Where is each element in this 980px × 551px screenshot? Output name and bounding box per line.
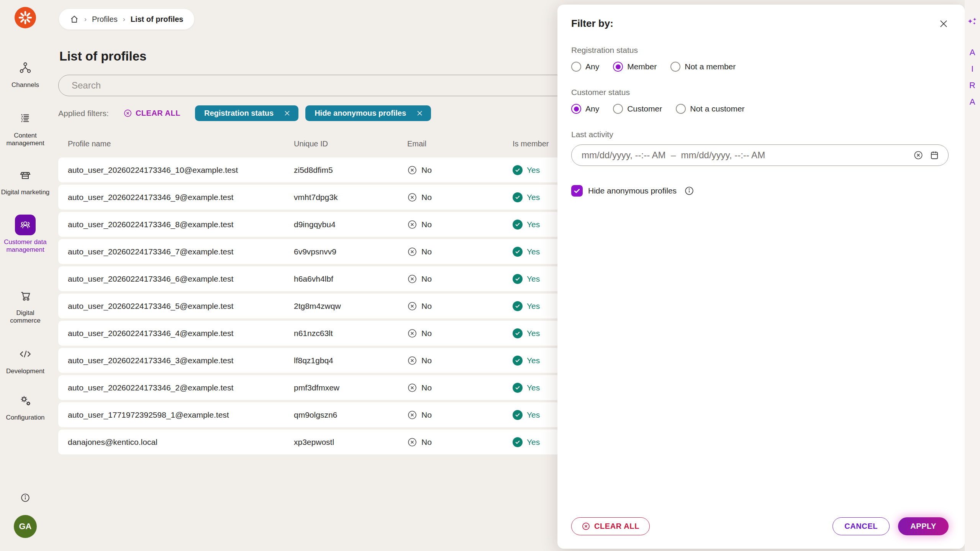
cell-profile-name: danajones@kentico.local [58,438,294,447]
cell-unique-id: qm9olgszn6 [294,410,407,420]
email-value: No [421,383,432,392]
breadcrumb: › Profiles › List of profiles [59,9,194,30]
is-member-value: Yes [527,329,540,338]
cell-profile-name: auto_user_20260224173346_4@example.test [58,329,294,338]
hide-anonymous-checkbox[interactable] [571,185,583,197]
radio-registration-any[interactable]: Any [571,62,599,72]
is-member-value: Yes [527,302,540,311]
circle-x-icon [407,301,417,311]
email-value: No [421,438,432,447]
chip-label: Registration status [204,109,274,118]
sidebar-item-customer-data-management[interactable]: Customer data management [0,215,51,254]
breadcrumb-profiles[interactable]: Profiles [92,15,118,24]
email-value: No [421,220,432,229]
channels-icon [15,57,36,78]
aira-letter: A [970,97,975,107]
home-icon[interactable] [70,15,79,24]
is-member-value: Yes [527,193,540,202]
sidebar-item-development[interactable]: Development [0,344,51,375]
help-info-icon[interactable] [20,493,30,503]
sidebar-item-content-management[interactable]: Content management [0,108,51,147]
circle-x-icon [407,220,417,230]
cell-profile-name: auto_user_20260224173346_10@example.test [58,166,294,175]
kentico-logo-icon[interactable] [15,7,36,28]
cell-unique-id: xp3epwostl [294,438,407,447]
aira-letter: I [971,64,973,74]
radio-icon [571,62,581,72]
hide-anonymous-label: Hide anonymous profiles [588,186,677,195]
avatar-initials: GA [19,521,32,531]
column-header-unique-id[interactable]: Unique ID [294,139,407,148]
breadcrumb-separator: › [84,15,87,23]
cell-profile-name: auto_user_20260224173346_8@example.test [58,220,294,229]
remove-chip-icon[interactable] [416,110,423,117]
applied-filters-row: Applied filters: CLEAR ALL Registration … [58,105,431,121]
cancel-button[interactable]: CANCEL [833,517,890,535]
cell-email: No [407,437,513,447]
sidebar-item-label: Content management [1,132,50,147]
cell-email: No [407,274,513,284]
close-icon[interactable] [939,19,949,29]
apply-button[interactable]: APPLY [898,517,949,535]
apply-label: APPLY [910,522,936,531]
radio-registration-not-a-member[interactable]: Not a member [670,62,736,72]
remove-chip-icon[interactable] [284,110,291,117]
last-activity-input[interactable] [571,144,949,166]
customer-status-label: Customer status [571,88,949,97]
content-management-icon [15,108,36,129]
radio-customer-not-a-customer[interactable]: Not a customer [676,104,744,114]
panel-clear-all-button[interactable]: CLEAR ALL [571,517,650,535]
check-circle-icon [513,328,523,338]
aira-panel-toggle[interactable]: A I R A [965,0,980,551]
is-member-value: Yes [527,166,540,175]
registration-status-label: Registration status [571,46,949,55]
circle-x-icon [407,247,417,257]
sidebar-item-label: Channels [11,81,39,89]
cell-profile-name: auto_user_20260224173346_3@example.test [58,356,294,365]
chip-hide-anonymous-profiles[interactable]: Hide anonymous profiles [305,105,431,121]
page-title: List of profiles [59,49,146,64]
cell-profile-name: auto_user_1771972392598_1@example.test [58,410,294,420]
cell-profile-name: auto_user_20260224173346_2@example.test [58,383,294,392]
circle-x-icon [123,109,132,118]
sidebar-item-digital-commerce[interactable]: Digital commerce [0,285,51,325]
is-member-value: Yes [527,274,540,284]
radio-customer-customer[interactable]: Customer [613,104,662,114]
filter-panel: Filter by: Registration status Any Membe… [557,5,965,549]
email-value: No [421,356,432,365]
cell-email: No [407,220,513,230]
breadcrumb-current: List of profiles [131,15,184,24]
clear-all-filters-button[interactable]: CLEAR ALL [123,109,180,118]
customer-status-group: Any Customer Not a customer [571,104,949,114]
cell-profile-name: auto_user_20260224173346_5@example.test [58,302,294,311]
check-circle-icon [513,383,523,393]
clear-date-icon[interactable] [913,150,923,160]
cell-unique-id: n61nzc63lt [294,329,407,338]
radio-registration-member[interactable]: Member [613,62,657,72]
sidebar-item-configuration[interactable]: Configuration [0,390,51,421]
sidebar-item-label: Digital marketing [1,189,50,196]
column-header-profile-name[interactable]: Profile name [58,139,294,148]
circle-x-icon [407,165,417,175]
cell-email: No [407,328,513,338]
chip-label: Hide anonymous profiles [315,109,406,118]
circle-x-icon [407,410,417,420]
column-header-email[interactable]: Email [407,139,513,148]
circle-x-icon [407,192,417,202]
sidebar-item-channels[interactable]: Channels [0,57,51,89]
sidebar-item-label: Digital commerce [1,309,50,325]
panel-clear-all-label: CLEAR ALL [594,522,639,531]
email-value: No [421,166,432,175]
check-circle-icon [513,356,523,366]
user-avatar[interactable]: GA [14,515,37,538]
check-circle-icon [513,437,523,447]
radio-customer-any[interactable]: Any [571,104,599,114]
check-circle-icon [513,220,523,230]
sidebar-item-digital-marketing[interactable]: Digital marketing [0,165,51,196]
radio-icon-checked [613,62,623,72]
sidebar-item-label: Configuration [6,414,44,421]
info-icon[interactable] [684,186,694,196]
sparkles-icon [967,17,978,28]
calendar-icon[interactable] [929,150,939,160]
chip-registration-status[interactable]: Registration status [195,105,298,121]
